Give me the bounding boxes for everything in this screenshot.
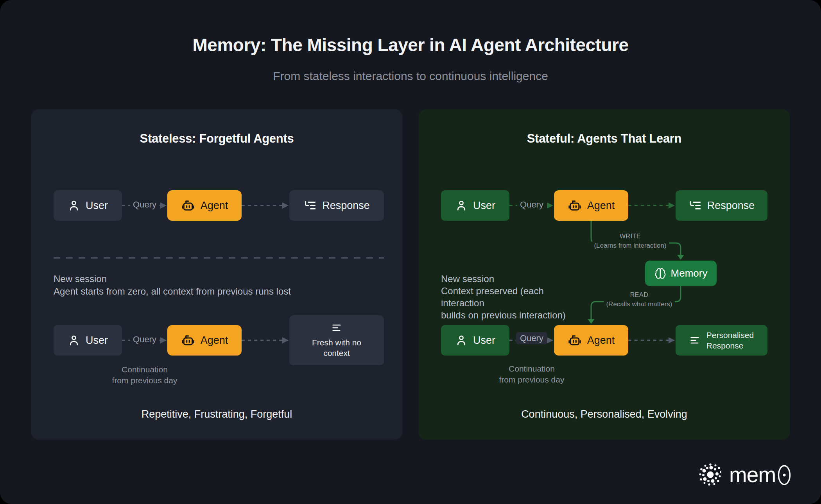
session-divider (54, 255, 384, 261)
user-node: User (441, 190, 509, 221)
continuation-note: Continuation from previous day (493, 363, 571, 385)
robot-icon (568, 198, 582, 213)
response-node-label: Response (707, 200, 755, 212)
agent-node-label: Agent (201, 200, 228, 212)
text-lines-icon (331, 322, 342, 333)
stateful-panel-title: Stateful: Agents That Learn (419, 132, 790, 146)
agent-node-label: Agent (587, 200, 615, 212)
query-label: Query (122, 334, 167, 345)
write-flow-label: WRITE (Learns from interaction) (587, 232, 673, 250)
session-note-line1: New session (54, 273, 351, 285)
user-node-label: User (86, 334, 108, 347)
query-label: Query (122, 200, 167, 210)
infographic-canvas: Memory: The Missing Layer in AI Agent Ar… (0, 0, 821, 504)
read-flow-label: READ (Recalls what matters) (596, 291, 682, 309)
response-arrow (242, 200, 289, 211)
text-lines-icon (689, 335, 700, 346)
response-arrow (628, 200, 676, 211)
mem0-mark-icon (698, 462, 723, 487)
stateful-panel: Stateful: Agents That Learn User Query A… (419, 109, 790, 440)
session-note-line1: New session (441, 273, 590, 285)
user-node: User (54, 190, 122, 221)
agent-node: Agent (554, 325, 628, 356)
brand-wordmark: mem (729, 462, 792, 487)
robot-icon (181, 333, 195, 347)
robot-icon (181, 198, 195, 213)
user-node-label: User (473, 200, 495, 212)
memory-node-label: Memory (671, 267, 708, 279)
stateless-footer: Repetitive, Frustrating, Forgetful (31, 408, 402, 420)
user-icon (455, 334, 468, 347)
agent-node: Agent (167, 325, 242, 356)
list-tree-icon (688, 199, 702, 212)
list-tree-icon (303, 199, 317, 212)
session-note: New session Context preserved (each inte… (441, 273, 590, 321)
session-note-line2: Context preserved (each interaction (441, 285, 590, 309)
session-note-line3: builds on previous interaction) (441, 309, 590, 321)
personalised-response-text: Personalised Response (706, 330, 754, 351)
robot-icon (568, 333, 582, 347)
user-node: User (441, 325, 509, 356)
result-arrow (242, 335, 289, 345)
response-node-label: Response (322, 200, 370, 212)
brand-logo: mem (698, 462, 792, 487)
fresh-context-text: Fresh with no context (312, 337, 361, 358)
user-icon (68, 334, 80, 347)
brain-icon (654, 268, 666, 279)
user-icon (68, 199, 80, 212)
page-subtitle: From stateless interactions to continuou… (0, 70, 821, 83)
memory-node: Memory (645, 261, 717, 286)
user-node: User (54, 325, 122, 356)
agent-node-label: Agent (201, 334, 228, 347)
continuation-note: Continuation from previous day (106, 364, 184, 386)
user-node-label: User (473, 334, 495, 347)
response-node: Response (676, 190, 767, 221)
stateless-panel: Stateless: Forgetful Agents User Query A… (31, 109, 402, 440)
agent-node: Agent (554, 190, 628, 221)
zero-glyph-icon (777, 463, 792, 486)
response-node: Response (289, 190, 384, 221)
fresh-context-node: Fresh with no context (289, 315, 384, 365)
agent-node: Agent (167, 190, 242, 221)
page-title: Memory: The Missing Layer in AI Agent Ar… (0, 34, 821, 55)
result-arrow (628, 335, 676, 345)
personalised-response-node: Personalised Response (676, 325, 767, 356)
user-node-label: User (86, 200, 108, 212)
query-label: Query (509, 333, 554, 343)
stateless-panel-title: Stateless: Forgetful Agents (31, 132, 402, 146)
agent-node-label: Agent (587, 334, 615, 347)
session-note: New session Agent starts from zero, all … (54, 273, 351, 298)
stateful-footer: Continuous, Personalised, Evolving (419, 408, 790, 420)
query-label: Query (509, 200, 554, 210)
session-note-line2: Agent starts from zero, all context from… (54, 285, 351, 298)
user-icon (455, 199, 468, 212)
